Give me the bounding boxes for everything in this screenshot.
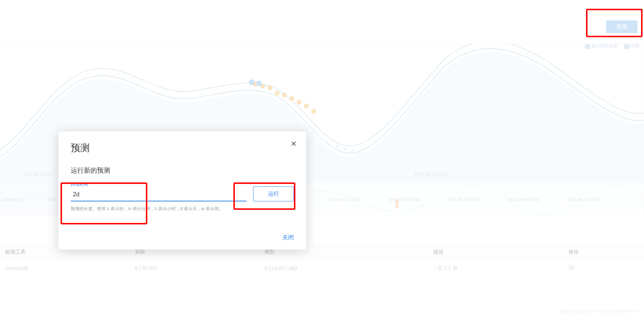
- modal-subtitle: 运行新的预测: [71, 166, 294, 175]
- duration-input-wrap: 持续时间: [71, 181, 247, 201]
- duration-help: 预测的长度。使用 s 表示秒，m 表示分钟，h 表示小时，d 表示天，w 表示周…: [71, 206, 294, 212]
- close-icon: ✕: [291, 140, 297, 148]
- duration-row: 持续时间 运行: [71, 181, 294, 201]
- modal-close-button[interactable]: ✕: [291, 139, 297, 148]
- forecast-modal: ✕ 预测 运行新的预测 持续时间 运行 预测的长度。使用 s 表示秒，m 表示分…: [58, 131, 306, 250]
- modal-title: 预测: [71, 142, 294, 154]
- run-button[interactable]: 运行: [253, 186, 294, 201]
- duration-input[interactable]: [71, 188, 247, 201]
- modal-footer: 关闭: [71, 234, 294, 242]
- duration-label: 持续时间: [71, 181, 247, 188]
- close-button[interactable]: 关闭: [282, 234, 294, 242]
